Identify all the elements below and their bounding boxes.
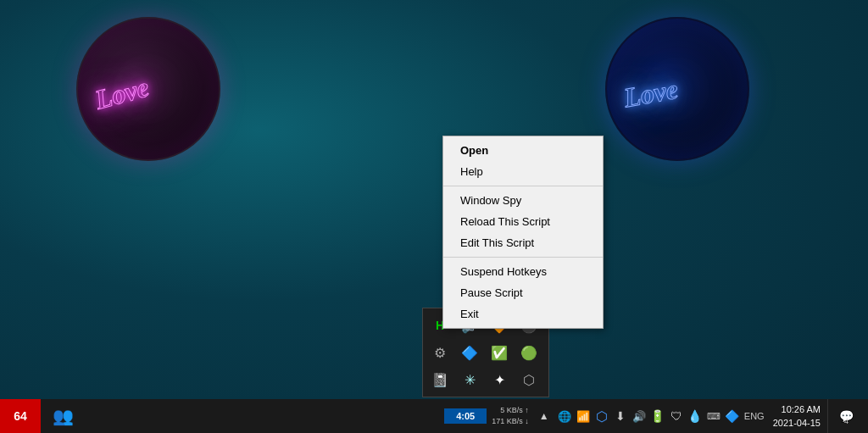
taskbar-system-icons: 🌐 📶 ⬡ ⬇ 🔊 🔋 🛡 💧 ⌨ 🔷 <box>556 408 741 425</box>
network-down: 171 KB/s ↓ <box>492 416 529 427</box>
tray-icon-star[interactable]: ✳ <box>458 368 481 391</box>
menu-item-exit[interactable]: Exit <box>443 303 603 325</box>
tray-bluetooth-icon[interactable]: 🔷 <box>724 408 741 425</box>
taskbar-start-button[interactable]: 64 <box>0 399 41 433</box>
tray-vpn-icon[interactable]: 🛡 <box>668 408 685 425</box>
menu-separator-2 <box>443 257 603 258</box>
start-label: 64 <box>14 409 27 423</box>
menu-separator-1 <box>443 186 603 186</box>
network-up: 5 KB/s ↑ <box>492 405 529 416</box>
taskbar-notification-button[interactable]: 💬 4 <box>827 399 865 433</box>
taskbar-right: 4:05 5 KB/s ↑ 171 KB/s ↓ ▲ 🌐 📶 ⬡ ⬇ 🔊 🔋 🛡… <box>444 399 868 433</box>
taskbar-app-teams[interactable]: 👥 <box>44 399 81 433</box>
tray-org-icon[interactable]: ⬡ <box>593 408 610 425</box>
menu-item-help[interactable]: Help <box>443 161 603 182</box>
tray-keyboard-icon[interactable]: ⌨ <box>705 408 722 425</box>
tray-icon-nvidia[interactable]: 🟢 <box>517 341 541 364</box>
tray-icon-bluetooth[interactable]: 🔷 <box>458 341 481 364</box>
menu-item-edit-script[interactable]: Edit This Script <box>443 232 603 253</box>
tray-wifi-icon[interactable]: 📶 <box>575 408 592 425</box>
menu-item-suspend-hotkeys[interactable]: Suspend Hotkeys <box>443 261 603 282</box>
taskbar-network-info: 5 KB/s ↑ 171 KB/s ↓ <box>488 405 532 426</box>
taskbar-apps: 👥 <box>41 399 85 433</box>
tray-expand-button[interactable]: ▲ <box>534 399 554 433</box>
menu-item-window-spy[interactable]: Window Spy <box>443 190 603 211</box>
menu-item-open[interactable]: Open <box>443 140 603 161</box>
menu-item-pause-script[interactable]: Pause Script <box>443 282 603 303</box>
taskbar-clock: 10:26 AM <box>773 402 821 417</box>
tray-dropbox-icon[interactable]: 💧 <box>687 408 704 425</box>
menu-item-reload-script[interactable]: Reload This Script <box>443 211 603 232</box>
tray-volume-icon[interactable]: 🔊 <box>631 408 648 425</box>
taskbar-time[interactable]: 10:26 AM 2021-04-15 <box>768 402 826 430</box>
bulb-right-circle: Love <box>605 17 749 161</box>
context-menu: Open Help Window Spy Reload This Script … <box>442 136 604 329</box>
tray-icon-settings[interactable]: ⚙ <box>428 341 452 364</box>
bulb-left-neon-text: Love <box>92 71 152 115</box>
tray-icon-check[interactable]: ✅ <box>487 341 511 364</box>
teams-icon: 👥 <box>53 406 74 426</box>
counter-value: 4:05 <box>456 411 475 421</box>
bulb-right: Love <box>605 0 766 169</box>
notification-count: 4 <box>844 417 849 425</box>
tray-battery-icon[interactable]: 🔋 <box>649 408 666 425</box>
taskbar-lang[interactable]: ENG <box>743 408 766 425</box>
taskbar: 64 👥 4:05 5 KB/s ↑ 171 KB/s ↓ ▲ 🌐 📶 ⬡ ⬇ … <box>0 399 868 433</box>
bulb-right-neon-text: Love <box>621 74 680 114</box>
tray-download-icon[interactable]: ⬇ <box>612 408 629 425</box>
tray-icon-sun[interactable]: ✦ <box>487 368 511 391</box>
tray-network-icon[interactable]: 🌐 <box>556 408 573 425</box>
taskbar-counter[interactable]: 4:05 <box>444 408 487 424</box>
bulb-left-circle: Love <box>76 17 220 161</box>
tray-icon-onenote[interactable]: 📓 <box>428 368 452 391</box>
bulb-left: Love <box>76 0 237 169</box>
tray-icon-extra[interactable]: ⬡ <box>517 368 541 391</box>
taskbar-date: 2021-04-15 <box>773 416 821 430</box>
